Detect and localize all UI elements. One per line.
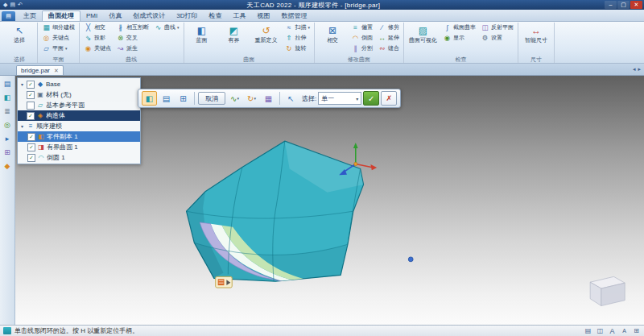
parameters-button[interactable]: ⊞	[175, 91, 191, 106]
settings-button[interactable]: ⚙ 设置	[479, 33, 515, 43]
tree-item-round[interactable]: ✓ ◠ 倒圆 1	[18, 152, 140, 163]
vertex-point[interactable]	[408, 257, 413, 262]
playback-icon[interactable]: ▸	[2, 134, 13, 143]
scroll-right-icon[interactable]: ▸	[638, 66, 641, 73]
cross-break-button[interactable]: ∦ 相互割断	[114, 23, 151, 32]
text-increase-icon[interactable]: A	[608, 327, 617, 335]
document-tab[interactable]: bridge.par ✕	[16, 65, 64, 75]
accept-button[interactable]: ✓	[363, 91, 379, 106]
tree-checkbox[interactable]: ✓	[27, 112, 35, 120]
split-button[interactable]: ∥ 分割	[349, 44, 374, 53]
bounded-surface-button[interactable]: ◩ 有界	[219, 23, 250, 45]
tab-generative-design[interactable]: 创成式设计	[127, 11, 171, 21]
project-curve-button[interactable]: ⇘ 投影	[82, 33, 113, 43]
close-command-button[interactable]: ✗	[381, 91, 397, 106]
round-button[interactable]: ◠ 倒圆	[349, 33, 374, 43]
app-menu-button[interactable]: ▤	[2, 11, 15, 21]
cross-curve-icon: ⊗	[116, 34, 125, 42]
layers-icon[interactable]: ≣	[2, 106, 13, 116]
tree-item-part-copy[interactable]: ✓ ◧ 零件副本 1	[18, 131, 140, 142]
sweep-icon: ≈	[285, 23, 294, 31]
bluesurf-button[interactable]: ◧ 蓝面	[187, 23, 217, 45]
subdivision-modeling-button[interactable]: ▦ 细分建模	[40, 23, 76, 32]
tree-checkbox[interactable]: ✓	[27, 154, 35, 162]
cancel-button[interactable]: 取消	[198, 92, 225, 105]
favorites-icon[interactable]: ◆	[2, 161, 13, 171]
expander-icon[interactable]: ▾	[19, 123, 25, 129]
sweep-button[interactable]: ≈ 扫描 ▾	[283, 23, 312, 32]
plane-button[interactable]: ▱ 平面 ▾	[40, 44, 76, 53]
view-cube[interactable]	[590, 276, 625, 305]
sensors-icon[interactable]: ◎	[2, 120, 13, 130]
derived-curve-button[interactable]: ↝ 派生	[114, 44, 151, 53]
close-button[interactable]: ✕	[630, 1, 642, 9]
cross-curve-button[interactable]: ⊗ 交叉	[114, 33, 151, 43]
app-logo-icon[interactable]: ◆	[3, 0, 7, 10]
tab-view[interactable]: 视图	[251, 11, 275, 21]
text-decrease-icon[interactable]: A	[620, 328, 629, 334]
tree-item-material[interactable]: ✓ ▣ 材料 (无)	[18, 89, 140, 100]
revolve-button[interactable]: ↻ 旋转	[283, 44, 312, 53]
tab-surfacing[interactable]: 曲面处理	[42, 10, 80, 21]
reflection-plane-button[interactable]: ◫ 反射平面	[479, 23, 515, 32]
model-body[interactable]	[187, 141, 364, 282]
intersection-curve-button[interactable]: ╳ 相交	[82, 23, 113, 32]
section-curvature-button[interactable]: ∫ 截面曲率	[441, 23, 477, 32]
color-bar-icon[interactable]: ◫	[596, 327, 605, 334]
stitch-button[interactable]: ∾ 缝合	[376, 44, 401, 53]
pathfinder-icon[interactable]: ▤	[2, 79, 13, 89]
tab-simulation[interactable]: 仿真	[103, 11, 127, 21]
tab-inspect[interactable]: 检查	[203, 11, 227, 21]
scroll-left-icon[interactable]: ◂	[633, 66, 636, 73]
keypoint-curve-button[interactable]: ◉ 关键点	[82, 44, 113, 53]
tree-checkbox[interactable]: ✓	[27, 81, 35, 89]
intersect-button[interactable]: ⊠ 相交	[317, 23, 348, 45]
tree-checkbox[interactable]: ✓	[27, 133, 35, 141]
bounded-surface-tool-button[interactable]: ◧	[142, 91, 157, 106]
offset-button[interactable]: ≡ 偏置	[349, 23, 374, 32]
expander-icon[interactable]: ▾	[19, 81, 25, 87]
select-button[interactable]: ↖ 选择	[4, 23, 35, 45]
tree-checkbox[interactable]	[27, 102, 35, 110]
tree-checkbox[interactable]: ✓	[27, 91, 35, 99]
select-mode-dropdown[interactable]: 单一 ▾	[318, 92, 361, 105]
tree-item-reference-planes[interactable]: ▱ 基本参考平面	[18, 100, 140, 110]
extrude-button[interactable]: ⇑ 拉伸	[283, 33, 312, 43]
edge-select-step-button[interactable]: ∿ ▾	[227, 91, 242, 106]
keypoint-button[interactable]: ◎ 关键点	[40, 33, 76, 43]
surface-visualization-button[interactable]: ▨ 曲面可视化	[407, 23, 440, 45]
tree-checkbox[interactable]: ✓	[27, 143, 35, 151]
tree-item-ordered-modeling[interactable]: ▾ ≡ 顺序建模	[18, 121, 140, 131]
maximize-button[interactable]: ▢	[617, 1, 630, 9]
curve-button[interactable]: ∿ 曲线 ▾	[152, 23, 181, 32]
tab-tools[interactable]: 工具	[227, 11, 251, 21]
menu-icon[interactable]: ▤	[10, 0, 15, 10]
extend-button[interactable]: ↔ 延伸	[376, 33, 401, 43]
document-tab-close-icon[interactable]: ✕	[54, 68, 59, 74]
construction-body-icon: ◈	[36, 112, 44, 119]
minimize-button[interactable]: –	[605, 1, 617, 9]
viewport-3d[interactable]: ▾ ✓ ◆ Base ✓ ▣ 材料 (无) ▱ 基本参考平面	[15, 76, 644, 325]
zoom-tools-icon[interactable]: ⊞	[632, 327, 641, 334]
direction-step-button[interactable]: ↻ ▾	[244, 91, 259, 106]
tab-3d-print[interactable]: 3D打印	[171, 11, 203, 21]
tree-item-bounded-surface[interactable]: ✓ ◨ 有界曲面 1	[18, 142, 140, 152]
select-tool-button[interactable]: ↖	[283, 91, 299, 106]
tab-home[interactable]: 主页	[18, 11, 42, 21]
cross-break-icon: ∦	[116, 23, 125, 31]
feature-library-icon[interactable]: ◧	[2, 93, 13, 102]
tree-item-base[interactable]: ▾ ✓ ◆ Base	[18, 79, 140, 89]
show-button[interactable]: ◉ 显示	[441, 33, 477, 43]
trim-button[interactable]: ∕ 修剪	[376, 23, 401, 32]
display-options-icon[interactable]: ▤	[584, 327, 592, 334]
smart-dimension-button[interactable]: ↔ 智能尺寸	[521, 23, 551, 45]
redefine-button[interactable]: ↺ 重新定义	[251, 23, 282, 45]
options-button[interactable]: ▤	[159, 91, 174, 106]
tables-icon[interactable]: ⊞	[2, 147, 13, 157]
tab-data-management[interactable]: 数据管理	[275, 11, 312, 21]
button-label: 重新定义	[255, 37, 278, 44]
edge-handle-button[interactable]	[216, 276, 233, 288]
extent-step-button[interactable]: ▦	[261, 91, 276, 106]
tab-pmi[interactable]: PMI	[80, 11, 103, 21]
tree-item-construction-body[interactable]: ✓ ◈ 构造体	[18, 110, 140, 121]
